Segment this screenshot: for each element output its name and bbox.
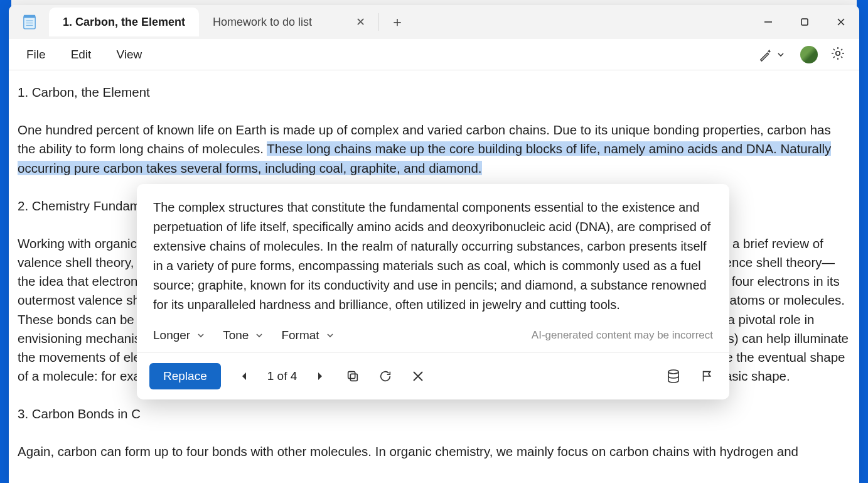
suggestion-counter: 1 of 4 xyxy=(267,369,297,383)
tab-active-label: 1. Carbon, the Element xyxy=(63,16,185,29)
heading-3: 3. Carbon Bonds in C xyxy=(18,404,850,423)
ai-rewrite-button[interactable] xyxy=(754,45,790,64)
refresh-icon xyxy=(378,369,392,383)
tone-label: Tone xyxy=(223,328,249,342)
svg-point-14 xyxy=(668,370,678,374)
notepad-app-icon xyxy=(23,14,36,30)
new-tab-button[interactable]: ＋ xyxy=(386,11,409,33)
tone-dropdown[interactable]: Tone xyxy=(223,328,264,342)
maximize-button[interactable] xyxy=(786,5,823,39)
menu-file[interactable]: File xyxy=(14,44,58,65)
svg-rect-6 xyxy=(801,19,808,25)
replace-button[interactable]: Replace xyxy=(149,363,221,389)
minimize-button[interactable] xyxy=(750,5,786,39)
close-icon xyxy=(412,370,424,383)
format-dropdown[interactable]: Format xyxy=(281,328,334,342)
ai-options-row: Longer Tone Format AI-generated content … xyxy=(137,323,729,353)
tab-inactive[interactable]: Homework to do list ✕ xyxy=(199,8,373,36)
flag-icon xyxy=(700,369,714,383)
ai-action-bar: Replace 1 of 4 xyxy=(137,353,729,399)
discard-button[interactable] xyxy=(409,367,427,386)
menu-view[interactable]: View xyxy=(104,44,154,65)
next-suggestion-button[interactable] xyxy=(311,367,330,386)
gear-icon xyxy=(830,46,845,61)
svg-rect-1 xyxy=(24,15,35,18)
longer-dropdown[interactable]: Longer xyxy=(153,328,205,342)
prev-suggestion-button[interactable] xyxy=(235,367,254,386)
svg-point-9 xyxy=(836,51,840,55)
format-label: Format xyxy=(281,328,319,342)
ai-suggestion-text: The complex structures that constitute t… xyxy=(137,184,729,323)
magic-pen-icon xyxy=(759,48,773,62)
user-avatar[interactable] xyxy=(800,46,818,63)
chevron-down-icon xyxy=(255,331,264,340)
svg-rect-0 xyxy=(24,16,35,29)
tab-active[interactable]: 1. Carbon, the Element xyxy=(49,8,199,36)
settings-button[interactable] xyxy=(828,43,848,66)
stack-icon xyxy=(667,369,680,384)
chevron-down-icon xyxy=(196,331,205,340)
close-tab-icon[interactable]: ✕ xyxy=(356,15,365,29)
feedback-button[interactable] xyxy=(698,367,717,386)
history-button[interactable] xyxy=(664,367,683,386)
copy-button[interactable] xyxy=(343,367,362,386)
ai-rewrite-popup: The complex structures that constitute t… xyxy=(137,184,729,399)
paragraph-1: One hundred percent of known life on Ear… xyxy=(18,121,850,177)
paragraph-3: Again, carbon can form up to four bonds … xyxy=(18,442,850,461)
svg-rect-10 xyxy=(351,374,358,381)
regenerate-button[interactable] xyxy=(376,367,395,386)
close-window-button[interactable] xyxy=(823,5,859,39)
chevron-down-icon xyxy=(326,331,335,340)
copy-icon xyxy=(346,369,360,383)
menubar: File Edit View xyxy=(9,39,859,70)
longer-label: Longer xyxy=(153,328,190,342)
menu-edit[interactable]: Edit xyxy=(58,44,104,65)
ai-disclaimer: AI-generated content may be incorrect xyxy=(532,329,713,342)
tab-inactive-label: Homework to do list xyxy=(213,16,312,29)
chevron-down-icon xyxy=(776,50,785,59)
heading-1: 1. Carbon, the Element xyxy=(18,83,850,102)
window-controls xyxy=(750,5,859,39)
titlebar: 1. Carbon, the Element Homework to do li… xyxy=(9,5,859,39)
svg-rect-11 xyxy=(348,372,355,379)
tab-separator xyxy=(378,13,378,31)
